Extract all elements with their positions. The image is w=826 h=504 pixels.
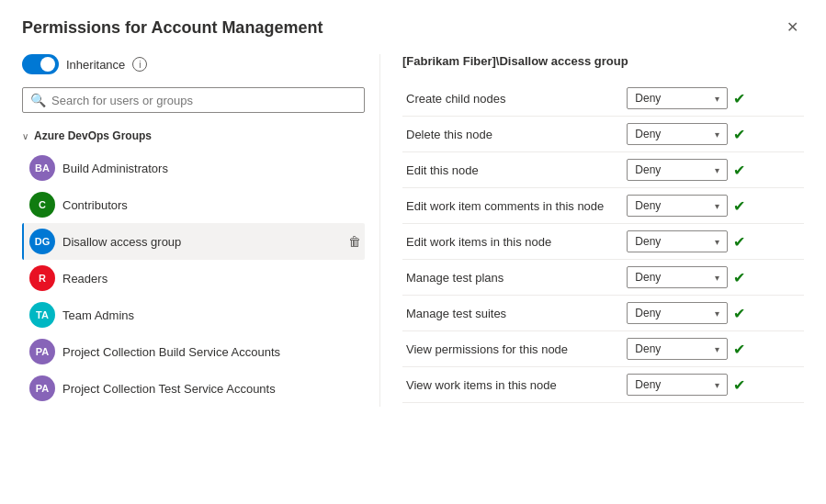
avatar: R <box>29 265 55 291</box>
left-panel: Inheritance i 🔍 ∨ Azure DevOps Groups BA… <box>22 54 380 407</box>
permission-name: View permissions for this node <box>402 331 623 367</box>
permission-row: Manage test plansDeny▾✔ <box>402 260 804 296</box>
group-item[interactable]: PAProject Collection Test Service Accoun… <box>22 370 365 407</box>
permission-row: Manage test suitesDeny▾✔ <box>402 296 804 331</box>
permission-status-icon: ✔ <box>733 341 745 358</box>
permission-name: Edit work item comments in this node <box>402 188 623 224</box>
permission-value-cell: Deny▾✔ <box>623 260 804 296</box>
dropdown-chevron-icon: ▾ <box>715 94 719 104</box>
permission-value-cell: Deny▾✔ <box>623 331 804 367</box>
dropdown-chevron-icon: ▾ <box>715 165 719 175</box>
permission-status-icon: ✔ <box>733 233 745 251</box>
permissions-table: Create child nodesDeny▾✔Delete this node… <box>402 81 804 403</box>
info-icon[interactable]: i <box>132 57 147 72</box>
permission-row: Edit work items in this nodeDeny▾✔ <box>402 224 804 260</box>
permission-status-icon: ✔ <box>733 197 745 215</box>
dropdown-chevron-icon: ▾ <box>715 201 719 211</box>
permission-row: Edit work item comments in this nodeDeny… <box>402 188 804 224</box>
right-panel: [Fabrikam Fiber]\Disallow access group C… <box>380 54 804 407</box>
avatar: BA <box>29 155 55 181</box>
permission-status-icon: ✔ <box>733 376 745 394</box>
dropdown-chevron-icon: ▾ <box>715 237 719 247</box>
permission-status-icon: ✔ <box>733 90 745 107</box>
permission-dropdown[interactable]: Deny▾ <box>627 123 728 145</box>
dropdown-chevron-icon: ▾ <box>715 273 719 283</box>
dropdown-chevron-icon: ▾ <box>715 308 719 319</box>
permission-dropdown[interactable]: Deny▾ <box>627 195 728 217</box>
permission-value: Deny <box>635 163 715 176</box>
dialog-title: Permissions for Account Management <box>22 18 322 38</box>
group-name: Readers <box>62 272 361 286</box>
group-list: BABuild AdministratorsCContributorsDGDis… <box>22 150 365 407</box>
close-button[interactable]: ✕ <box>781 18 804 37</box>
group-section-header: ∨ Azure DevOps Groups <box>22 126 365 146</box>
permission-value: Deny <box>635 199 715 212</box>
permission-value-cell: Deny▾✔ <box>623 224 804 260</box>
group-item[interactable]: RReaders <box>22 260 365 297</box>
avatar: TA <box>29 302 55 328</box>
permission-row: Edit this nodeDeny▾✔ <box>402 152 804 188</box>
permission-status-icon: ✔ <box>733 162 745 179</box>
group-item[interactable]: TATeam Admins <box>22 297 365 333</box>
permission-dropdown[interactable]: Deny▾ <box>627 87 728 109</box>
permission-value-cell: Deny▾✔ <box>623 367 804 403</box>
group-name: Disallow access group <box>62 235 341 249</box>
permission-status-icon: ✔ <box>733 269 745 286</box>
group-name: Project Collection Test Service Accounts <box>62 382 361 396</box>
permission-dropdown[interactable]: Deny▾ <box>627 302 728 324</box>
permission-dropdown[interactable]: Deny▾ <box>627 230 728 252</box>
group-name: Project Collection Build Service Account… <box>62 345 361 359</box>
chevron-icon: ∨ <box>22 131 28 141</box>
group-name: Team Admins <box>62 308 361 322</box>
permission-value: Deny <box>635 307 715 319</box>
avatar: PA <box>29 339 55 364</box>
permission-value-cell: Deny▾✔ <box>623 188 804 224</box>
permission-name: Create child nodes <box>402 81 623 117</box>
permission-value-cell: Deny▾✔ <box>623 152 804 188</box>
search-input[interactable] <box>51 94 356 107</box>
dropdown-chevron-icon: ▾ <box>715 344 719 354</box>
permission-value: Deny <box>635 128 715 140</box>
inheritance-label: Inheritance <box>66 58 125 72</box>
permission-name: View work items in this node <box>402 367 623 403</box>
permission-row: View permissions for this nodeDeny▾✔ <box>402 331 804 367</box>
inheritance-row: Inheritance i <box>22 54 365 74</box>
permission-row: Create child nodesDeny▾✔ <box>402 81 804 117</box>
search-box: 🔍 <box>22 87 365 113</box>
permission-dropdown[interactable]: Deny▾ <box>627 338 728 360</box>
dialog: Permissions for Account Management ✕ Inh… <box>0 0 826 504</box>
permission-name: Delete this node <box>402 117 623 152</box>
dialog-header: Permissions for Account Management ✕ <box>22 18 804 38</box>
delete-icon[interactable]: 🗑 <box>348 234 361 249</box>
dropdown-chevron-icon: ▾ <box>715 129 719 140</box>
permission-value: Deny <box>635 378 715 391</box>
permission-value-cell: Deny▾✔ <box>623 296 804 331</box>
group-item[interactable]: BABuild Administrators <box>22 150 365 186</box>
permission-name: Manage test plans <box>402 260 623 296</box>
content-area: Inheritance i 🔍 ∨ Azure DevOps Groups BA… <box>22 54 804 407</box>
group-item[interactable]: PAProject Collection Build Service Accou… <box>22 333 365 370</box>
permission-name: Manage test suites <box>402 296 623 331</box>
permission-dropdown[interactable]: Deny▾ <box>627 159 728 181</box>
permission-value: Deny <box>635 92 715 105</box>
group-item[interactable]: DGDisallow access group🗑 <box>22 223 365 260</box>
permission-value-cell: Deny▾✔ <box>623 117 804 152</box>
avatar: DG <box>29 229 55 254</box>
avatar: PA <box>29 375 55 401</box>
permission-dropdown[interactable]: Deny▾ <box>627 374 728 396</box>
inheritance-toggle[interactable] <box>22 54 59 74</box>
permission-name: Edit work items in this node <box>402 224 623 260</box>
group-section-label: Azure DevOps Groups <box>34 129 152 142</box>
permission-name: Edit this node <box>402 152 623 188</box>
permission-value: Deny <box>635 235 715 248</box>
selected-group-title: [Fabrikam Fiber]\Disallow access group <box>402 54 804 68</box>
avatar: C <box>29 192 55 218</box>
group-item[interactable]: CContributors <box>22 186 365 223</box>
permission-value: Deny <box>635 271 715 284</box>
group-name: Contributors <box>62 198 361 212</box>
search-icon: 🔍 <box>30 93 46 107</box>
permission-status-icon: ✔ <box>733 305 745 322</box>
permission-value-cell: Deny▾✔ <box>623 81 804 117</box>
permission-dropdown[interactable]: Deny▾ <box>627 266 728 288</box>
permission-status-icon: ✔ <box>733 126 745 143</box>
